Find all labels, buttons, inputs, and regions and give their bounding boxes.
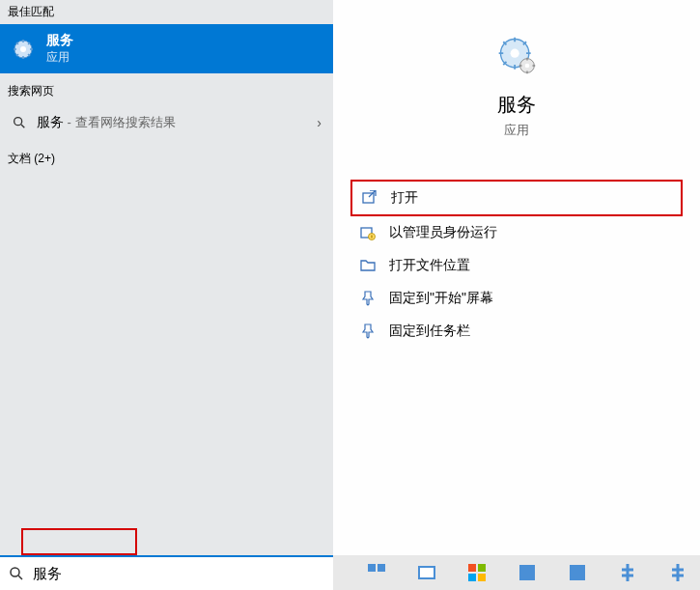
- svg-rect-20: [468, 574, 476, 581]
- action-open-location[interactable]: 打开文件位置: [350, 249, 683, 282]
- search-results-panel: 最佳匹配 服务 应用 搜索网页 服务 - 查看网络搜索结果 › 文档 (2+): [0, 0, 333, 590]
- action-run-admin[interactable]: 以管理员身份运行: [350, 216, 683, 249]
- action-run-admin-label: 以管理员身份运行: [389, 224, 497, 241]
- documents-header: 文档 (2+): [0, 147, 333, 171]
- folder-icon: [360, 258, 376, 273]
- open-icon: [362, 190, 378, 206]
- detail-subtitle: 应用: [504, 122, 529, 139]
- web-search-suffix: - 查看网络搜索结果: [64, 115, 176, 129]
- detail-title: 服务: [497, 92, 536, 118]
- best-match-title: 服务: [46, 32, 73, 49]
- services-icon-large: [495, 34, 538, 76]
- web-search-item[interactable]: 服务 - 查看网络搜索结果 ›: [0, 103, 333, 141]
- action-open[interactable]: 打开: [350, 180, 683, 216]
- search-input[interactable]: [33, 566, 325, 582]
- svg-rect-23: [570, 565, 585, 580]
- action-open-label: 打开: [391, 189, 418, 207]
- svg-rect-11: [371, 236, 372, 239]
- taskbar-app-icon[interactable]: [414, 560, 439, 585]
- search-icon: [12, 115, 27, 130]
- svg-rect-15: [378, 564, 385, 572]
- taskbar-app-icon[interactable]: [515, 560, 540, 585]
- best-match-subtitle: 应用: [46, 49, 73, 66]
- web-search-header: 搜索网页: [0, 79, 333, 103]
- action-pin-start[interactable]: 固定到"开始"屏幕: [350, 282, 683, 315]
- annotation-box: [21, 528, 137, 555]
- action-open-location-label: 打开文件位置: [389, 257, 470, 274]
- taskbar-app-icon[interactable]: [364, 560, 389, 585]
- svg-point-7: [525, 64, 530, 69]
- best-match-header: 最佳匹配: [0, 0, 333, 24]
- svg-rect-21: [478, 574, 486, 581]
- pin-taskbar-icon: [360, 323, 376, 339]
- svg-line-13: [18, 576, 22, 579]
- svg-point-1: [20, 46, 26, 52]
- search-icon: [8, 565, 25, 582]
- chevron-right-icon: ›: [317, 115, 322, 130]
- pin-icon: [360, 291, 376, 306]
- svg-rect-14: [368, 564, 376, 572]
- svg-point-2: [14, 117, 22, 125]
- services-icon: [10, 36, 37, 63]
- svg-rect-22: [519, 565, 535, 580]
- taskbar: [333, 555, 700, 590]
- search-bar[interactable]: [0, 555, 333, 590]
- action-pin-taskbar-label: 固定到任务栏: [389, 323, 470, 340]
- taskbar-app-icon[interactable]: [665, 560, 690, 585]
- svg-rect-19: [478, 564, 486, 572]
- best-match-item[interactable]: 服务 应用: [0, 24, 333, 73]
- taskbar-app-icon[interactable]: [565, 560, 590, 585]
- taskbar-app-icon[interactable]: [615, 560, 640, 585]
- web-search-query: 服务: [37, 114, 64, 129]
- taskbar-app-icon[interactable]: [464, 560, 490, 585]
- svg-point-5: [511, 49, 519, 58]
- svg-point-12: [11, 568, 19, 576]
- action-pin-taskbar[interactable]: 固定到任务栏: [350, 315, 683, 348]
- details-panel: 服务 应用 打开 以管理员身份运行 打开文件位置: [333, 0, 700, 590]
- svg-line-3: [21, 125, 24, 127]
- action-pin-start-label: 固定到"开始"屏幕: [389, 290, 493, 307]
- admin-icon: [360, 225, 376, 240]
- svg-rect-17: [420, 568, 434, 577]
- svg-rect-18: [468, 564, 476, 572]
